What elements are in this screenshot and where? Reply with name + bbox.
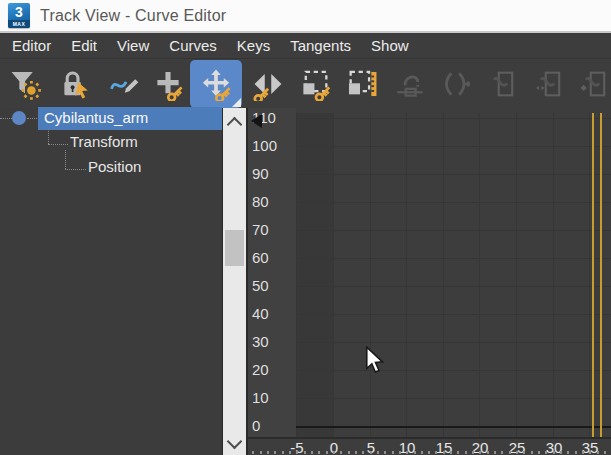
tree-connector (27, 118, 37, 119)
gridline-h (296, 118, 611, 119)
ruler-tick (260, 451, 262, 454)
toolbar-button-draw-curves[interactable] (103, 62, 147, 106)
gridline-h (296, 314, 611, 315)
gridline-v (296, 113, 297, 437)
ruler-tick (545, 451, 547, 454)
tree-scrollbar[interactable] (223, 108, 246, 455)
gridline-h (296, 398, 611, 399)
scroll-up-icon[interactable] (227, 117, 243, 133)
tree-connector (0, 118, 12, 119)
gridline-h (296, 146, 611, 147)
value-axis-marker-icon (251, 114, 262, 128)
tree-connector (48, 129, 49, 144)
menu-show[interactable]: Show (361, 33, 419, 58)
value-axis-label: 70 (252, 221, 269, 238)
value-axis-label: 0 (252, 417, 260, 434)
ruler-tick (252, 451, 254, 454)
value-axis-label: 50 (252, 277, 269, 294)
toolbar-button-retime (388, 62, 432, 106)
scale-values-icon (345, 67, 379, 101)
ruler-tick (282, 451, 284, 454)
ruler-tick (296, 451, 298, 454)
gridline-v (370, 113, 371, 437)
menu-editor[interactable]: Editor (2, 33, 61, 58)
ruler-tick (377, 451, 379, 454)
out-of-range-2-icon (533, 67, 567, 101)
filter-icon (8, 67, 42, 101)
tree-item-position[interactable]: Position (88, 158, 141, 175)
toolbar (0, 58, 611, 108)
mouse-cursor-icon (363, 346, 389, 376)
toolbar-button-scale-values[interactable] (340, 62, 384, 106)
menu-curves[interactable]: Curves (159, 33, 227, 58)
time-cursor-line[interactable] (600, 113, 602, 437)
toolbar-button-scale-keys[interactable] (293, 62, 337, 106)
ruler-tick (435, 451, 437, 454)
toolbar-button-move-keys[interactable] (190, 60, 242, 108)
gridline-v (589, 113, 590, 437)
move-keys-icon (199, 67, 233, 101)
toolbar-button-simplify-curve (435, 62, 479, 106)
out-of-range-3-icon (578, 67, 611, 101)
ruler-tick (589, 451, 591, 454)
title-bar: 3 MAX Track View - Curve Editor (0, 0, 611, 31)
track-bullet-icon[interactable] (12, 111, 26, 125)
value-axis-label: 60 (252, 249, 269, 266)
toolbar-button-add-keys[interactable] (146, 62, 190, 106)
track-tree-panel[interactable]: Cybilantus_armTransformPosition (0, 108, 222, 455)
tree-item-transform[interactable]: Transform (70, 133, 138, 150)
curve-graph[interactable]: 1101009080706050403020100 (248, 108, 611, 437)
gridline-v (406, 113, 407, 437)
ruler-tick (509, 451, 511, 454)
ruler-tick (567, 451, 569, 454)
value-axis-label: 90 (252, 165, 269, 182)
simplify-curve-icon (440, 67, 474, 101)
ruler-tick (414, 451, 416, 454)
value-axis-label: 30 (252, 333, 269, 350)
ruler-tick (406, 451, 408, 454)
ruler-tick (575, 451, 577, 454)
3dsmax-app-icon: 3 MAX (8, 3, 30, 28)
menu-view[interactable]: View (107, 33, 159, 58)
slide-keys-icon (251, 67, 285, 101)
ruler-tick (326, 451, 328, 454)
ruler-tick (289, 451, 291, 454)
gridline-v (443, 113, 444, 437)
gridline-h (296, 202, 611, 203)
window-title: Track View - Curve Editor (40, 7, 226, 25)
time-ruler[interactable]: -505101520253035 (248, 437, 611, 455)
ruler-tick (457, 451, 459, 454)
ruler-tick (443, 451, 445, 454)
ruler-tick (355, 451, 357, 454)
app-icon-number: 3 (8, 4, 30, 20)
time-cursor-line[interactable] (592, 113, 594, 437)
ruler-tick (348, 451, 350, 454)
tree-item-cybilantus_arm[interactable]: Cybilantus_arm (44, 109, 148, 126)
toolbar-button-lock-selection[interactable] (53, 62, 97, 106)
ruler-tick (604, 451, 606, 454)
flyout-corner-icon (232, 98, 241, 107)
add-keys-icon (151, 67, 185, 101)
toolbar-button-out-of-range-3 (573, 62, 611, 106)
app-icon-label: MAX (8, 20, 30, 28)
menu-keys[interactable]: Keys (227, 33, 280, 58)
menu-tangents[interactable]: Tangents (280, 33, 361, 58)
pre-range-shading (296, 113, 333, 437)
ruler-tick (560, 451, 562, 454)
ruler-tick (267, 451, 269, 454)
gridline-v (516, 113, 517, 437)
ruler-tick (487, 451, 489, 454)
zero-value-line (296, 426, 611, 428)
value-axis-label: 10 (252, 389, 269, 406)
scrollbar-thumb[interactable] (225, 230, 244, 266)
ruler-tick (274, 451, 276, 454)
ruler-tick (399, 451, 401, 454)
ruler-tick (304, 451, 306, 454)
menu-edit[interactable]: Edit (61, 33, 107, 58)
value-axis-margin (248, 108, 296, 437)
toolbar-button-slide-keys[interactable] (246, 62, 290, 106)
scroll-down-icon[interactable] (227, 434, 243, 450)
toolbar-button-filter[interactable] (3, 62, 47, 106)
out-of-range-1-icon (486, 67, 520, 101)
tree-connector (48, 144, 68, 145)
